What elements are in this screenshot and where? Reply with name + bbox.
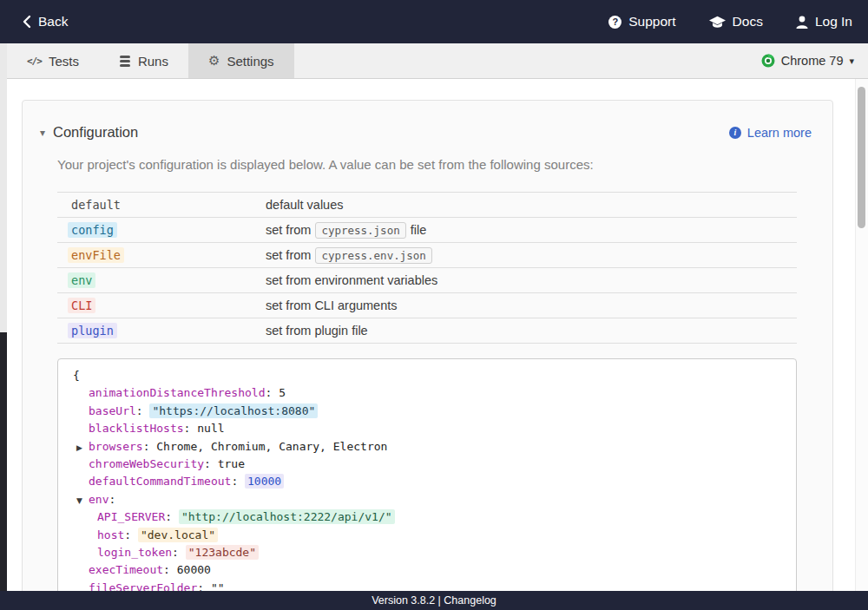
- code-line: blacklistHosts: null: [73, 420, 796, 437]
- section-title: Configuration: [53, 124, 138, 141]
- settings-page: ▾ Configuration i Learn more Your projec…: [7, 79, 868, 591]
- filename-chip: cypress.env.json: [315, 247, 431, 264]
- source-key-cell: plugin: [57, 323, 266, 338]
- code-line: animationDistanceThreshold: 5: [73, 384, 796, 402]
- code-key: host: [97, 528, 124, 541]
- code-value: true: [218, 457, 245, 470]
- source-key-cell: env: [57, 272, 266, 288]
- code-key: fileServerFolder: [89, 581, 197, 591]
- source-description: default values: [266, 198, 343, 212]
- table-row: envset from environment variables: [57, 267, 797, 292]
- login-label: Log In: [815, 14, 852, 30]
- code-key: execTimeout: [89, 563, 163, 576]
- code-value: "https://localhost:8080": [149, 403, 318, 418]
- support-label: Support: [628, 14, 675, 30]
- source-key: default: [68, 197, 124, 213]
- tab-runs[interactable]: Runs: [99, 43, 188, 78]
- code-value: "dev.local": [138, 528, 218, 542]
- stack-icon: [119, 56, 131, 67]
- source-key: env: [68, 272, 95, 288]
- changelog-link[interactable]: Changelog: [444, 594, 496, 607]
- user-icon: [796, 16, 808, 29]
- version-label: Version 3.8.2: [372, 594, 435, 607]
- tab-bar: </> Tests Runs ⚙ Settings Chrome 79 ▾: [7, 43, 868, 79]
- background-window-sliver-bottom: [0, 332, 7, 591]
- footer-separator: |: [435, 594, 444, 607]
- tab-tests-label: Tests: [49, 54, 79, 69]
- tab-settings[interactable]: ⚙ Settings: [188, 43, 294, 78]
- code-line: ▼env:: [73, 491, 796, 508]
- table-row: CLIset from CLI arguments: [57, 292, 797, 318]
- source-key-cell: config: [57, 222, 266, 238]
- source-key: plugin: [68, 323, 117, 338]
- source-description: set from plugin file: [266, 324, 368, 338]
- configuration-card: ▾ Configuration i Learn more Your projec…: [22, 100, 833, 591]
- code-line: login_token: "123abcde": [73, 544, 796, 561]
- chrome-icon: [761, 54, 775, 68]
- code-value: "123abcde": [186, 545, 259, 560]
- code-value: 60000: [177, 563, 211, 576]
- configuration-header: ▾ Configuration i Learn more: [23, 101, 832, 141]
- code-line: {: [73, 367, 796, 384]
- source-description: set from cypress.env.json: [266, 247, 432, 264]
- code-icon: </>: [27, 56, 42, 67]
- code-value: "http://localhost:2222/api/v1/": [179, 509, 395, 524]
- support-link[interactable]: ? Support: [608, 14, 675, 30]
- code-line: execTimeout: 60000: [73, 561, 796, 579]
- learn-more-link[interactable]: i Learn more: [729, 126, 812, 140]
- code-value: Chrome, Chromium, Canary, Electron: [156, 440, 387, 453]
- source-key-cell: default: [57, 197, 266, 213]
- table-row: pluginset from plugin file: [57, 318, 797, 343]
- config-code-block: {animationDistanceThreshold: 5baseUrl: "…: [57, 358, 797, 591]
- code-key: login_token: [97, 546, 172, 559]
- scrollbar-track[interactable]: [855, 79, 868, 591]
- source-key: config: [68, 222, 117, 238]
- configuration-toggle[interactable]: ▾ Configuration: [40, 124, 138, 141]
- header-nav: ? Support Docs Log In: [608, 14, 852, 30]
- code-line: chromeWebSecurity: true: [73, 456, 796, 473]
- login-link[interactable]: Log In: [796, 14, 852, 30]
- section-description: Your project's configuration is displaye…: [57, 157, 832, 172]
- code-line: defaultCommandTimeout: 10000: [73, 473, 796, 490]
- source-key: envFile: [68, 247, 124, 263]
- source-key: CLI: [68, 298, 95, 313]
- tab-runs-label: Runs: [138, 54, 168, 69]
- code-key: blacklistHosts: [89, 422, 184, 435]
- back-button[interactable]: Back: [23, 14, 68, 30]
- sources-table: defaultdefault valuesconfigset from cypr…: [57, 192, 797, 344]
- docs-link[interactable]: Docs: [709, 14, 763, 30]
- code-key: browsers: [89, 440, 143, 453]
- caret-expanded-icon[interactable]: ▼: [76, 492, 82, 509]
- code-line: host: "dev.local": [73, 527, 796, 544]
- gear-icon: ⚙: [208, 55, 220, 68]
- learn-more-label: Learn more: [747, 126, 812, 140]
- graduation-cap-icon: [709, 16, 726, 29]
- code-key: defaultCommandTimeout: [89, 475, 231, 488]
- table-row: defaultdefault values: [57, 192, 797, 217]
- question-circle-icon: ?: [608, 16, 621, 29]
- chevron-left-icon: [23, 15, 31, 29]
- source-description: set from cypress.json file: [266, 222, 426, 239]
- source-description: set from environment variables: [266, 273, 437, 287]
- code-value: "": [211, 581, 225, 591]
- code-value: 10000: [245, 474, 284, 489]
- source-description: set from CLI arguments: [266, 298, 398, 312]
- code-value: 5: [279, 386, 286, 399]
- code-line: baseUrl: "https://localhost:8080": [73, 403, 796, 420]
- background-window-sliver-top: [0, 43, 7, 332]
- filename-chip: cypress.json: [315, 222, 405, 239]
- tab-tests[interactable]: </> Tests: [7, 43, 99, 78]
- code-key: baseUrl: [89, 404, 136, 417]
- source-key-cell: envFile: [57, 247, 266, 263]
- back-label: Back: [38, 14, 68, 30]
- docs-label: Docs: [733, 14, 763, 30]
- app-footer: Version 3.8.2 | Changelog: [0, 591, 868, 610]
- browser-dropdown[interactable]: Chrome 79 ▾: [747, 43, 868, 78]
- source-key-cell: CLI: [57, 298, 266, 313]
- scrollbar-thumb[interactable]: [858, 87, 865, 228]
- caret-collapsed-icon[interactable]: ▶: [76, 439, 82, 456]
- code-line: API_SERVER: "http://localhost:2222/api/v…: [73, 508, 796, 526]
- code-key: animationDistanceThreshold: [89, 386, 266, 399]
- code-line: ▶browsers: Chrome, Chromium, Canary, Ele…: [73, 438, 796, 456]
- tab-settings-label: Settings: [227, 54, 273, 69]
